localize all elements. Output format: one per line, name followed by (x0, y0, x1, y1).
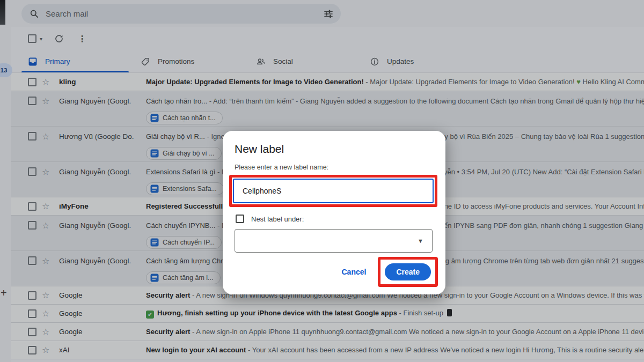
label-name-input[interactable] (233, 179, 434, 203)
new-label-dialog: New label Please enter a new label name:… (223, 131, 445, 294)
annotation-box-create: Create (378, 257, 438, 287)
dialog-title: New label (235, 143, 433, 156)
nest-label-row: Nest label under: (236, 215, 433, 223)
parent-label-select[interactable]: ▼ (235, 229, 433, 253)
nest-label-text: Nest label under: (251, 215, 304, 223)
label-name-prompt: Please enter a new label name: (235, 164, 433, 171)
annotation-box-input (229, 175, 437, 207)
create-button[interactable]: Create (385, 263, 431, 280)
gmail-app: Search mail ▾ ⋮ Primary Promotions Socia… (0, 0, 644, 362)
dialog-actions: Cancel Create (235, 257, 433, 287)
chevron-down-icon: ▼ (418, 238, 423, 244)
cancel-button[interactable]: Cancel (335, 263, 372, 280)
nest-label-checkbox[interactable] (236, 215, 244, 223)
